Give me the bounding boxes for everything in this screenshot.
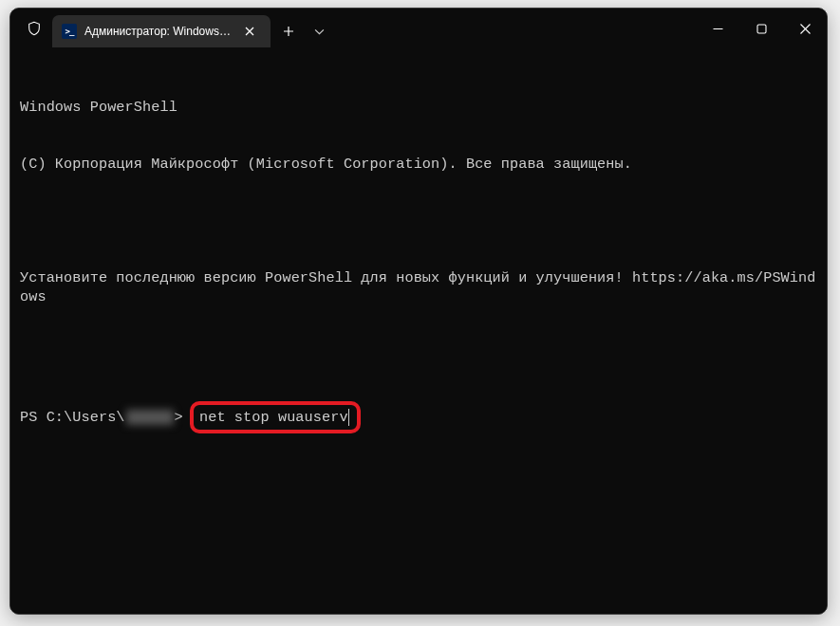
powershell-icon: [62, 24, 77, 39]
maximize-button[interactable]: [739, 9, 783, 48]
titlebar[interactable]: Администратор: Windows Pc: [10, 9, 827, 48]
svg-rect-5: [757, 25, 766, 33]
new-tab-button[interactable]: [272, 15, 305, 47]
minimize-button[interactable]: [696, 9, 739, 48]
command-text: net stop wuauserv: [199, 408, 348, 427]
redacted-username: [126, 410, 174, 425]
tab-title: Администратор: Windows Pc: [84, 25, 233, 38]
terminal-content[interactable]: Windows PowerShell (C) Корпорация Майкро…: [10, 48, 827, 614]
terminal-line: Windows PowerShell: [20, 98, 817, 117]
prompt-line: PS C:\Users\> net stop wuauserv: [20, 401, 817, 433]
blank-line: [20, 344, 817, 363]
shield-icon: [20, 9, 48, 48]
close-tab-button[interactable]: [238, 20, 261, 43]
terminal-line: (C) Корпорация Майкрософт (Microsoft Cor…: [20, 155, 817, 174]
blank-line: [20, 212, 817, 230]
command-highlight: net stop wuauserv: [190, 401, 361, 433]
terminal-window: Администратор: Windows Pc: [9, 8, 828, 615]
text-cursor: [348, 409, 350, 426]
tab-dropdown-button[interactable]: [305, 15, 333, 47]
close-window-button[interactable]: [783, 9, 827, 48]
prompt-prefix: PS C:\Users\: [20, 408, 125, 427]
terminal-line: Установите последнюю версию PowerShell д…: [20, 268, 817, 306]
tab-powershell[interactable]: Администратор: Windows Pc: [52, 15, 271, 47]
window-controls: [696, 9, 827, 48]
